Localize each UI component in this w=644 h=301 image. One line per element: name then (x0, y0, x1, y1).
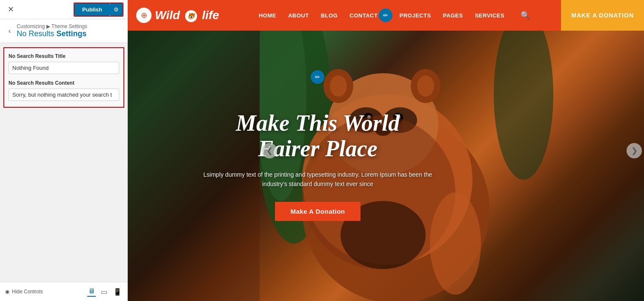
title-input[interactable] (9, 62, 119, 74)
hide-controls-button[interactable]: ◉ Hide Controls (5, 289, 43, 295)
hero-title: Make This World Fairer Place (236, 111, 400, 161)
content-field-group: No Search Results Content (9, 80, 119, 101)
slider-arrow-left[interactable]: ❮ (262, 143, 277, 158)
settings-section: No Search Results Title No Search Result… (3, 47, 124, 108)
tablet-icon[interactable]: ▭ (100, 287, 108, 297)
breadcrumb-separator: ▶ (45, 23, 51, 29)
customizer-topbar: ✕ Publish ⚙ (0, 0, 128, 19)
nav-blog[interactable]: BLOG (321, 12, 338, 19)
settings-gear-button[interactable]: ⚙ (110, 3, 123, 16)
nav-services[interactable]: SERVICES (475, 12, 505, 19)
compass-icon: ⊕ (136, 8, 152, 23)
page-title-bold: Settings (56, 29, 86, 38)
breadcrumb: Customizing ▶ Theme Settings (17, 23, 87, 29)
close-button[interactable]: ✕ (4, 3, 17, 16)
hide-controls-label: Hide Controls (12, 289, 43, 295)
page-title-prefix: No Results (17, 29, 56, 38)
content-field-label: No Search Results Content (9, 80, 119, 86)
hero-donate-button[interactable]: Make A Donation (275, 202, 360, 221)
back-button[interactable]: ‹ (6, 26, 13, 36)
hide-controls-icon: ◉ (5, 289, 9, 295)
site-nav: HOME ABOUT BLOG CONTACT US PROJECTS PAGE… (228, 11, 561, 20)
customizer-content: No Search Results Title No Search Result… (0, 43, 128, 282)
site-logo-area: ⊕ Wild 🐯 life (128, 8, 228, 23)
customizer-panel: ✕ Publish ⚙ ‹ Customizing ▶ Theme Settin… (0, 0, 128, 301)
publish-wrapper: Publish ⚙ (74, 3, 123, 17)
logo-animal-icon: 🐯 (185, 10, 197, 22)
breadcrumb-customizing: Customizing (17, 23, 45, 29)
title-field-group: No Search Results Title (9, 53, 119, 74)
site-logo-text: Wild 🐯 life (155, 9, 219, 22)
publish-button[interactable]: Publish (74, 3, 110, 16)
mobile-icon[interactable]: 📱 (112, 287, 123, 297)
donate-header-button[interactable]: MAKE A DONATION (561, 0, 644, 31)
nav-pages[interactable]: PAGES (443, 12, 463, 19)
header-edit-pencil[interactable]: ✏ (379, 9, 392, 22)
hero-title-line2: Fairer Place (236, 136, 400, 161)
hero-title-line1: Make This World (236, 111, 400, 136)
hero-edit-pencil[interactable]: ✏ (311, 70, 324, 84)
search-icon[interactable]: 🔍 (521, 11, 530, 20)
content-input[interactable] (9, 89, 119, 101)
nav-about[interactable]: ABOUT (288, 12, 309, 19)
desktop-icon[interactable]: 🖥 (87, 287, 96, 297)
breadcrumb-theme-settings: Theme Settings (52, 23, 87, 29)
title-field-label: No Search Results Title (9, 53, 119, 59)
nav-home[interactable]: HOME (259, 12, 276, 19)
device-icons: 🖥 ▭ 📱 (87, 287, 123, 297)
preview-area: ⊕ Wild 🐯 life HOME ABOUT BLOG CONTACT US… (128, 0, 644, 301)
page-title: No Results Settings (17, 29, 87, 38)
hero-subtitle: Lsimply dummy text of the printing and t… (199, 170, 437, 189)
hero-content: Make This World Fairer Place Lsimply dum… (128, 31, 644, 301)
nav-info: Customizing ▶ Theme Settings No Results … (17, 23, 87, 38)
nav-projects[interactable]: PROJECTS (400, 12, 431, 19)
slider-arrow-right[interactable]: ❯ (627, 143, 642, 158)
customizer-footer: ◉ Hide Controls 🖥 ▭ 📱 (0, 282, 128, 301)
customizer-nav: ‹ Customizing ▶ Theme Settings No Result… (0, 19, 128, 43)
